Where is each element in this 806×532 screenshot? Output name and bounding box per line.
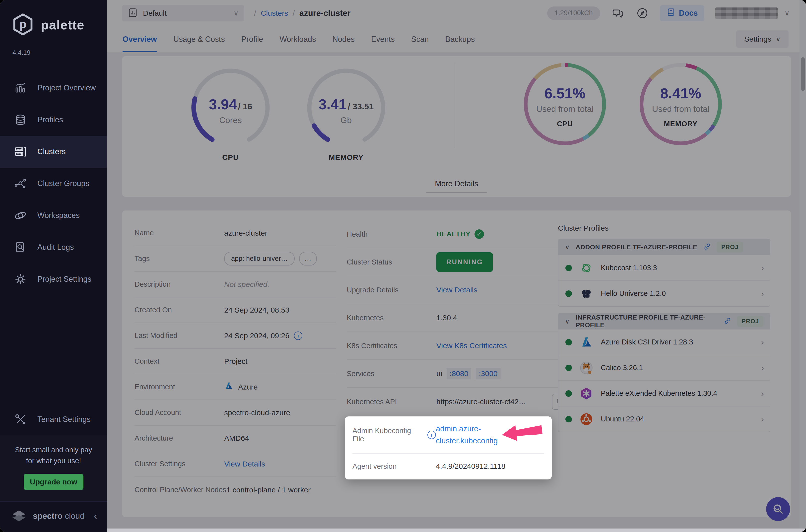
- brand: p palette: [0, 0, 107, 37]
- upgrade-promo: Start small and only pay for what you us…: [0, 435, 107, 501]
- sidebar-item-label: Project Settings: [37, 275, 91, 284]
- promo-line-2: for what you use!: [7, 455, 100, 466]
- sidebar-item-label: Tenant Settings: [37, 415, 91, 424]
- sidebar-item-cluster-groups[interactable]: Cluster Groups: [0, 168, 107, 200]
- chart-icon: [14, 81, 27, 94]
- tools-icon: [14, 413, 27, 426]
- sidebar: p palette 4.4.19 Project Overview Profil…: [0, 0, 107, 532]
- sidebar-item-project-settings[interactable]: Project Settings: [0, 263, 107, 295]
- sidebar-item-workspaces[interactable]: Workspaces: [0, 200, 107, 231]
- promo-line-1: Start small and only pay: [7, 444, 100, 455]
- agent-version-row: Agent version 4.4.9/20240912.1118: [352, 454, 544, 479]
- horizontal-scrollbar[interactable]: [107, 529, 806, 532]
- gear-icon: [14, 273, 27, 286]
- admin-kubeconfig-link[interactable]: admin.azure- cluster.kubeconfig: [436, 423, 498, 447]
- sidebar-item-clusters[interactable]: Clusters: [0, 136, 107, 168]
- sidebar-item-project-overview[interactable]: Project Overview: [0, 72, 107, 104]
- sidebar-item-audit-logs[interactable]: Audit Logs: [0, 231, 107, 263]
- sidebar-item-label: Project Overview: [37, 83, 96, 92]
- upgrade-now-button[interactable]: Upgrade now: [24, 474, 83, 490]
- brand-name: palette: [41, 17, 84, 32]
- version-label: 4.4.19: [0, 37, 107, 57]
- sidebar-item-label: Cluster Groups: [37, 179, 89, 188]
- agent-version-value: 4.4.9/20240912.1118: [436, 462, 505, 471]
- palette-logo-icon: p: [12, 13, 34, 37]
- svg-text:p: p: [19, 18, 26, 31]
- spectro-cloud-wordmark: spectro cloud: [33, 511, 84, 521]
- main-content: Default ∨ / Clusters / azure-cluster 1.2…: [107, 0, 806, 532]
- sidebar-item-profiles[interactable]: Profiles: [0, 104, 107, 136]
- app-window: p palette 4.4.19 Project Overview Profil…: [0, 0, 806, 532]
- spectro-cloud-logo-icon: [11, 509, 27, 523]
- orbit-icon: [14, 209, 27, 222]
- sidebar-item-tenant-settings[interactable]: Tenant Settings: [0, 403, 107, 435]
- admin-kubeconfig-label: Admin Kubeconfig File i: [352, 426, 436, 443]
- collapse-sidebar-icon[interactable]: ‹: [94, 511, 97, 522]
- info-icon[interactable]: i: [427, 431, 436, 439]
- sidebar-item-label: Clusters: [37, 147, 66, 156]
- layers-icon: [14, 113, 27, 126]
- servers-icon: [14, 145, 27, 158]
- sidebar-item-label: Profiles: [37, 115, 63, 124]
- audit-icon: [14, 241, 27, 254]
- sidebar-item-label: Workspaces: [37, 211, 80, 220]
- network-icon: [14, 177, 27, 190]
- sidebar-item-label: Audit Logs: [37, 243, 74, 252]
- sidebar-nav: Project Overview Profiles Clusters Clust…: [0, 72, 107, 295]
- agent-version-label: Agent version: [352, 462, 436, 471]
